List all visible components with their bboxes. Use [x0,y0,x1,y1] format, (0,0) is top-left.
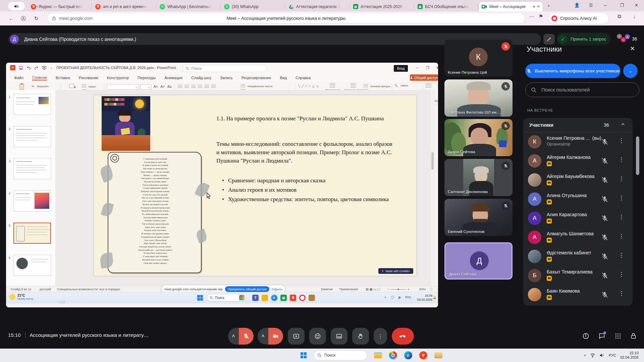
slide-number-status[interactable]: Слайд 5 из 11 [11,287,31,291]
folder2-icon[interactable] [309,295,315,301]
undo-icon[interactable] [26,66,31,70]
layout-button[interactable]: Макет [82,84,96,88]
ppt-menu-tab[interactable]: Рисование [79,76,98,80]
ppt-share-button[interactable]: Общий доступ [410,74,438,81]
video-tile[interactable]: Салтанат Дюсекенова [444,159,513,196]
shape-fill-button[interactable]: Заливка фигуры [364,84,390,88]
browser-tab[interactable]: ЯЯндекс — быстрый поис [28,2,91,11]
edge-icon[interactable]: e [404,351,413,360]
ppt-menu-tab[interactable]: Справка [296,76,311,80]
host-controls-icon[interactable] [630,333,637,340]
slide-thumbnail[interactable] [13,190,51,212]
browser-tab[interactable]: Meet – Ассоциация🕪✕ [479,2,543,11]
addins-button[interactable] [425,83,433,88]
language-status[interactable]: русский [40,287,51,291]
notification-icon[interactable]: 🔔 [433,296,436,299]
info-icon[interactable] [582,333,589,340]
participant-more-icon[interactable]: ⋮ [619,214,624,221]
app-icon[interactable]: T [252,295,259,301]
browser-menu-icon[interactable]: ☰ [589,3,593,8]
chrome-icon[interactable] [388,351,398,360]
bookmarks-icon[interactable]: ⚑ [539,13,543,20]
participant-more-icon[interactable]: ⋮ [619,271,624,278]
ppt-close-button[interactable]: ✕ [436,66,438,70]
more-tiles-count[interactable]: +29 [0,300,65,305]
back-icon[interactable]: ← [9,15,14,22]
inner-search-box[interactable]: Поиск [207,294,246,301]
ppt-menu-tab[interactable]: Рецензирование [241,76,271,80]
ppt-menu-file[interactable]: Файл [14,76,23,80]
accessibility-status[interactable]: Специальные возможности: все в порядке [57,287,120,291]
participant-more-icon[interactable]: ⋮ [619,233,624,240]
language-indicator[interactable]: РУС [609,353,616,357]
participant-row[interactable]: ББахыт Темиргалиева⋮ [523,266,633,285]
browser-tab[interactable]: ▦Аттестация 2025-2026 - [350,2,413,11]
new-tab-button[interactable]: ＋ [546,3,551,9]
ppt-menu-tab[interactable]: Слайд-шоу [191,76,211,80]
zoom-slider[interactable]: − ───●─── ＋ [388,287,410,292]
yandex-browser-icon[interactable]: Y [419,351,428,360]
refresh-icon[interactable]: ↻ [34,15,39,22]
camera-options-chevron[interactable]: ˄ [258,328,268,345]
slide-thumbnail-panel[interactable]: 123456 [6,90,56,286]
participant-row[interactable]: Айгерім Бауымбекова⋮ [523,171,633,190]
reactions-button[interactable] [309,328,326,345]
zoom-level[interactable]: 93% [419,287,426,291]
opera-icon[interactable] [299,295,306,301]
ppt-menu-tab[interactable]: Вид [280,76,287,80]
folder-icon[interactable] [434,351,443,360]
browser-tab[interactable]: ✆WhatsApp | Бесплатный [157,2,219,11]
taskbar-clock[interactable]: 15:10 02.04.2026 [620,351,639,360]
ppt-signin-button[interactable]: Вход [394,65,408,72]
browser-tab[interactable]: Яam и pm в англ времени [93,2,155,11]
side-panel-icon[interactable]: ⧉ [618,13,621,20]
participant-more-icon[interactable]: ⋮ [619,194,624,201]
browser-tab[interactable]: Аттестация педагогов 2 [286,2,348,11]
window-minimize-button[interactable]: ─ [604,3,607,8]
video-tile[interactable]: ККсения Петровна Цой [444,40,513,77]
comments-button[interactable]: Примечания [339,287,358,291]
participant-more-icon[interactable]: ⋮ [619,252,624,259]
profile-icon[interactable]: 👤 [574,3,580,8]
participant-row[interactable]: ААлмагуль Шахметова⋮ [523,228,633,247]
ppt-menu-tab[interactable]: Переходы [138,76,156,80]
slide-thumbnail[interactable] [13,223,51,244]
participant-more-icon[interactable]: ⋮ [619,137,624,144]
collapse-chevron-icon[interactable] [621,122,625,127]
panel-scrollbar[interactable] [636,118,639,306]
mute-all-options-button[interactable]: ⌄ [623,64,638,78]
raise-hand-button[interactable] [352,328,369,345]
hide-share-button[interactable]: Скрыть [272,287,282,291]
grow-font-icon[interactable]: A˄A˅Аа [154,85,173,88]
tab-audio-pill[interactable] [8,2,25,10]
yandex-icon[interactable]: Я [290,295,296,301]
mute-all-button[interactable]: Выключить микрофоны всех участников [525,64,621,78]
ppt-restore-button[interactable]: ❐ [426,66,429,70]
slide-thumbnail[interactable] [13,94,51,115]
captions-button[interactable] [331,328,347,345]
ppt-menu-tab[interactable]: Анимация [164,76,182,80]
tray-chevron-icon[interactable]: ˄ [584,353,586,357]
list-buttons[interactable] [178,85,217,89]
address-bar[interactable]: meet.google.com Meet – Ассоциация учител… [48,13,525,23]
participant-row[interactable]: ААлия Карасартова⋮ [523,209,633,228]
fit-slide-icon[interactable]: ⛶ [430,287,432,291]
inner-language[interactable]: РУС [405,296,411,299]
stop-sharing-button[interactable]: Прекратить общий доступ [225,286,269,292]
browser-tab[interactable]: ▦БСЧ Обобщение опыта - [415,2,477,11]
save-icon[interactable] [19,66,23,70]
redo-icon[interactable] [34,66,39,70]
taskbar-search[interactable]: Поиск [314,350,367,360]
slide-thumbnail[interactable] [13,255,51,276]
chat-button[interactable] [598,333,605,340]
tab-close-icon[interactable]: ✕ [537,4,540,9]
panel-close-icon[interactable]: ✕ [630,45,635,52]
notes-button[interactable]: Заметки [321,287,333,291]
weather-widget[interactable]: 21°C Mostly sunny [9,294,33,300]
folder-icon[interactable] [262,295,268,301]
participant-row[interactable]: ААлина Отульшина⋮ [523,190,633,209]
ppt-minimize-button[interactable]: ─ [416,66,419,70]
windows-start-icon[interactable] [197,295,203,301]
current-slide[interactable]: У лукоморья дуб зелёный;Златая цепь на д… [94,95,416,276]
camera-toggle-button[interactable] [268,328,283,345]
